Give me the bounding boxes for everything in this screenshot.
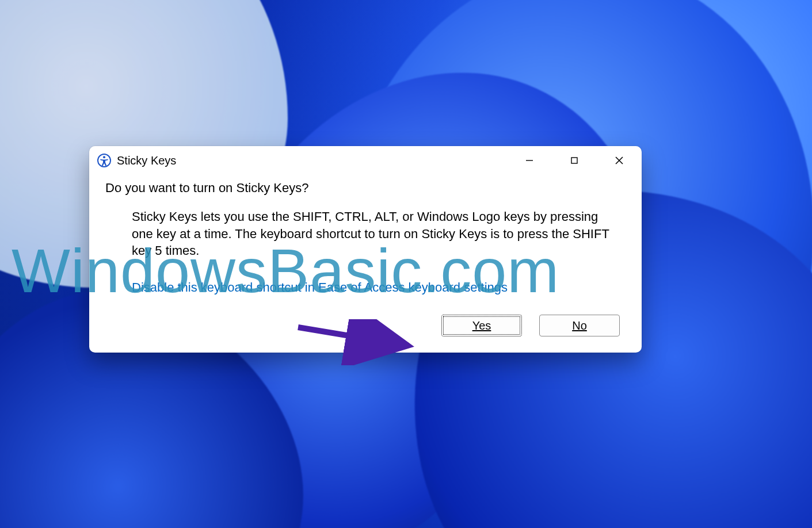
dialog-content: Do you want to turn on Sticky Keys? Stic… xyxy=(89,175,642,353)
no-button[interactable]: No xyxy=(539,315,620,336)
dialog-body-text: Sticky Keys lets you use the SHIFT, CTRL… xyxy=(132,208,615,259)
maximize-button[interactable] xyxy=(552,146,597,175)
button-row: Yes No xyxy=(105,315,626,336)
yes-button-label: Yes xyxy=(472,319,491,332)
svg-rect-3 xyxy=(571,158,577,163)
sticky-keys-dialog: Sticky Keys Do you want to turn on Stick… xyxy=(89,146,642,353)
window-controls xyxy=(507,146,642,175)
titlebar[interactable]: Sticky Keys xyxy=(89,146,642,175)
dialog-headline: Do you want to turn on Sticky Keys? xyxy=(105,181,626,196)
yes-button[interactable]: Yes xyxy=(441,315,522,336)
close-button[interactable] xyxy=(597,146,642,175)
no-button-label: No xyxy=(572,319,587,332)
desktop-background: Sticky Keys Do you want to turn on Stick… xyxy=(0,0,812,528)
minimize-button[interactable] xyxy=(507,146,552,175)
svg-point-1 xyxy=(103,156,105,158)
accessibility-icon xyxy=(97,154,111,167)
disable-shortcut-link[interactable]: Disable this keyboard shortcut in Ease o… xyxy=(132,280,626,295)
dialog-title: Sticky Keys xyxy=(117,154,507,167)
